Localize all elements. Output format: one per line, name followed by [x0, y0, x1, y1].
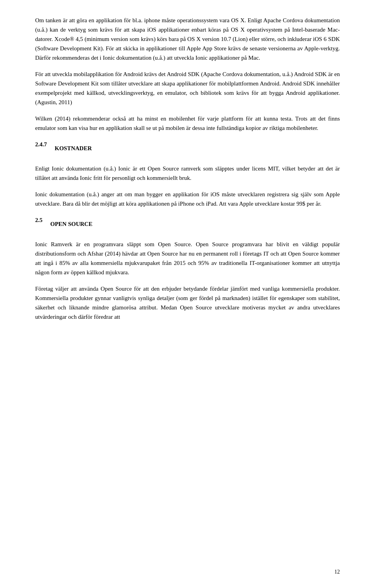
paragraph-1: Om tanken är att göra en applikation för… — [35, 16, 340, 62]
section-247-row: 2.4.7 KOSTNADER — [35, 140, 340, 158]
paragraph-2: För att utveckla mobilapplikation för An… — [35, 69, 340, 107]
paragraph-5-text: Ionic dokumentation (u.å.) anger att om … — [35, 191, 340, 207]
section-25-number: 2.5 — [35, 215, 43, 234]
page-number: 12 — [334, 568, 340, 576]
paragraph-5: Ionic dokumentation (u.å.) anger att om … — [35, 190, 340, 208]
section-247-title: KOSTNADER — [55, 144, 92, 153]
section-247-number: 2.4.7 — [35, 140, 47, 158]
paragraph-4: Enligt Ionic dokumentation (u.å.) Ionic … — [35, 164, 340, 183]
paragraph-7-text: Företag väljer att använda Open Source f… — [35, 286, 340, 320]
paragraph-3-text: Wilken (2014) rekommenderar också att ha… — [35, 115, 340, 131]
paragraph-6-text: Ionic Ramverk är en programvara släppt s… — [35, 241, 340, 275]
section-25-title: OPEN SOURCE — [50, 219, 93, 229]
paragraph-3: Wilken (2014) rekommenderar också att ha… — [35, 114, 340, 133]
section-25-row: 2.5 OPEN SOURCE — [35, 215, 340, 234]
paragraph-2-text: För att utveckla mobilapplikation för An… — [35, 71, 340, 105]
paragraph-4-text: Enligt Ionic dokumentation (u.å.) Ionic … — [35, 165, 340, 181]
paragraph-1-text: Om tanken är att göra en applikation för… — [35, 17, 340, 61]
paragraph-7: Företag väljer att använda Open Source f… — [35, 284, 340, 322]
page: Om tanken är att göra en applikation för… — [0, 0, 375, 588]
paragraph-6: Ionic Ramverk är en programvara släppt s… — [35, 240, 340, 277]
